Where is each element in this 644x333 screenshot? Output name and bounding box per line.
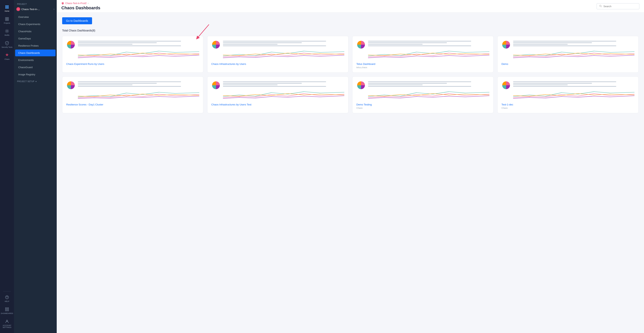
svg-point-8 xyxy=(6,30,8,32)
card-5-visual xyxy=(66,80,199,100)
svg-rect-13 xyxy=(6,309,6,311)
project-icon: C xyxy=(16,7,20,11)
chaos-icon xyxy=(5,53,9,58)
project-setup-chevron-icon: ▾ xyxy=(36,80,37,82)
card-7-subtitle: Chaos xyxy=(356,107,490,109)
svg-rect-7 xyxy=(7,19,8,20)
header-left: Chaos-Test-in-Prod2 › Chaos Dashboards xyxy=(61,2,100,10)
sidebar-item-chaos-dashboards[interactable]: Chaos Dashboards xyxy=(15,50,56,56)
topbar: Chaos-Test-in-Prod2 › Chaos Dashboards xyxy=(57,0,644,12)
project-name: Chaos-Test-in-... xyxy=(21,8,40,11)
card-2-pie xyxy=(211,40,220,49)
nav-home-label: Home xyxy=(5,10,9,12)
nav-security[interactable]: Security Tests xyxy=(0,39,14,50)
dashboard-card-4[interactable]: Demo xyxy=(497,36,638,72)
card-4-pie xyxy=(502,40,511,49)
card-8-pie xyxy=(502,80,511,90)
go-to-dashboards-button[interactable]: Go to Dashboards xyxy=(62,17,92,24)
sidebar-project-label: Project xyxy=(14,0,57,6)
cards-grid: Chaos Experiment Runs by Users xyxy=(62,36,638,113)
card-5-title[interactable]: Resilience Scores - Day1 Cluster xyxy=(66,103,199,106)
content-area: Go to Dashboards Total Chaos Dashboards(… xyxy=(57,12,644,333)
card-1-visual xyxy=(66,40,199,60)
card-8-visual xyxy=(502,80,634,100)
nav-account-label: ACCOUNT SETTINGS xyxy=(1,324,13,328)
svg-rect-11 xyxy=(6,308,6,309)
sidebar-item-chaosguard[interactable]: ChaosGuard xyxy=(15,64,56,71)
svg-rect-12 xyxy=(8,308,8,309)
card-7-visual xyxy=(356,80,490,100)
nav-account[interactable]: ACCOUNT SETTINGS xyxy=(0,317,14,330)
total-label: Total Chaos Dashboards(8) xyxy=(62,29,638,32)
card-2-visual xyxy=(211,40,344,60)
nav-help[interactable]: HELP xyxy=(0,293,14,304)
dashboard-card-7[interactable]: Demo Testing Chaos xyxy=(352,76,494,113)
card-6-title[interactable]: Chaos Infrastructures by Users Test xyxy=(211,103,344,106)
nav-home[interactable]: Home xyxy=(0,3,14,14)
nav-divider xyxy=(3,291,11,292)
card-2-title[interactable]: Chaos Infrastructures by Users xyxy=(211,62,344,66)
nav-help-label: HELP xyxy=(5,300,9,302)
card-8-subtitle: Chaos xyxy=(502,107,634,109)
card-3-subtitle: telus,chaos xyxy=(356,66,490,68)
project-setup-section[interactable]: PROJECT SETUP ▾ xyxy=(14,78,57,84)
sidebar-item-image-registry[interactable]: Image Registry xyxy=(15,71,56,78)
security-icon xyxy=(5,41,9,46)
card-3-title[interactable]: Telus Dashboard xyxy=(356,62,490,66)
card-4-visual xyxy=(502,40,634,60)
dashboard-card-5[interactable]: Resilience Scores - Day1 Cluster xyxy=(62,76,203,113)
svg-rect-1 xyxy=(7,6,8,7)
dashboard-card-2[interactable]: Chaos Infrastructures by Users xyxy=(207,36,348,72)
dashboard-card-8[interactable]: Test-1-dec Chaos xyxy=(497,76,638,113)
svg-rect-2 xyxy=(6,7,7,8)
nav-chaos[interactable]: Chaos xyxy=(0,51,14,62)
search-box[interactable] xyxy=(596,3,639,9)
card-5-pie xyxy=(66,80,76,90)
nav-chaos-label: Chaos xyxy=(4,58,10,60)
svg-point-15 xyxy=(6,320,8,321)
card-3-pie xyxy=(356,40,366,49)
help-icon xyxy=(5,295,9,300)
sidebar-item-chaos-experiments[interactable]: Chaos Experiments xyxy=(15,21,56,28)
search-icon xyxy=(599,5,602,8)
card-8-title[interactable]: Test-1-dec xyxy=(502,103,634,106)
card-6-pie xyxy=(211,80,220,90)
page-title: Chaos Dashboards xyxy=(61,6,100,10)
svg-rect-5 xyxy=(7,18,8,19)
search-input[interactable] xyxy=(604,5,637,8)
sidebar-item-overview[interactable]: Overview xyxy=(15,14,56,20)
nav-builds[interactable]: Builds xyxy=(0,27,14,38)
sidebar: Project C Chaos-Test-in-... › Overview C… xyxy=(14,0,57,333)
svg-rect-14 xyxy=(8,309,8,311)
sidebar-item-resilience-probes[interactable]: Resilience Probes xyxy=(15,42,56,49)
breadcrumb-project[interactable]: Chaos-Test-in-Prod2 xyxy=(65,2,86,5)
svg-point-10 xyxy=(7,298,7,298)
dashboard-card-3[interactable]: Telus Dashboard telus,chaos xyxy=(352,36,494,72)
projects-icon xyxy=(5,17,9,21)
project-chevron-icon: › xyxy=(54,8,54,10)
builds-icon xyxy=(5,29,9,34)
card-1-title[interactable]: Chaos Experiment Runs by Users xyxy=(66,62,199,66)
sidebar-item-environments[interactable]: Environments xyxy=(15,57,56,64)
card-1-pie xyxy=(66,40,76,49)
dashboard-card-1[interactable]: Chaos Experiment Runs by Users xyxy=(62,36,203,72)
card-7-title[interactable]: Demo Testing xyxy=(356,103,490,106)
svg-rect-6 xyxy=(6,19,7,20)
card-4-title[interactable]: Demo xyxy=(502,62,634,66)
nav-projects-label: Projects xyxy=(4,22,10,24)
svg-rect-3 xyxy=(7,7,8,8)
sidebar-item-gamedays[interactable]: GameDays xyxy=(15,35,56,42)
card-6-visual xyxy=(211,80,344,100)
dashboard-card-6[interactable]: Chaos Infrastructures by Users Test xyxy=(207,76,348,113)
account-icon xyxy=(5,319,9,324)
card-3-visual xyxy=(356,40,490,60)
project-setup-label: PROJECT SETUP xyxy=(17,80,34,82)
project-selector[interactable]: C Chaos-Test-in-... › xyxy=(14,6,57,14)
icon-navigation: Home Projects Builds Secur xyxy=(0,0,14,333)
nav-dashboards[interactable]: DASHBOARDS xyxy=(0,305,14,316)
card-7-pie xyxy=(356,80,366,90)
sidebar-item-chaoshubs[interactable]: ChaosHubs xyxy=(15,28,56,35)
nav-projects[interactable]: Projects xyxy=(0,15,14,26)
nav-dashboards-label: DASHBOARDS xyxy=(1,312,13,314)
svg-rect-0 xyxy=(6,6,7,7)
